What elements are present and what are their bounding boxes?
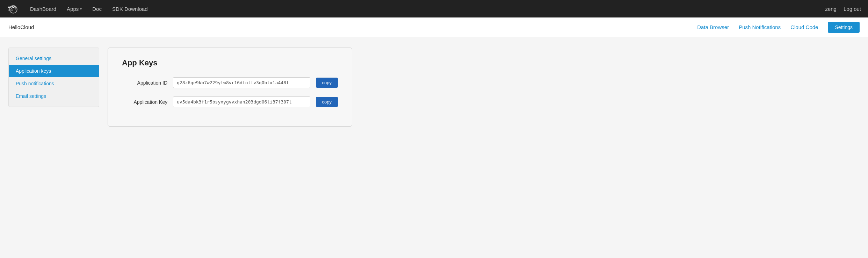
logo[interactable]: AVOS Cloud — [7, 2, 20, 15]
app-id-row: Application ID copy — [122, 77, 338, 88]
app-key-copy-button[interactable]: copy — [316, 97, 338, 107]
settings-button[interactable]: Settings — [828, 22, 860, 33]
nav-dashboard[interactable]: DashBoard — [30, 6, 56, 12]
username: zeng — [825, 6, 837, 12]
app-keys-card: App Keys Application ID copy Application… — [108, 48, 352, 127]
nav-sdk-download[interactable]: SDK Download — [112, 6, 148, 12]
nav-doc[interactable]: Doc — [92, 6, 102, 12]
topnav-left: AVOS Cloud DashBoard Apps ▾ Doc SDK Down… — [7, 2, 148, 15]
main-content: General settings Application keys Push n… — [0, 37, 419, 137]
app-key-label: Application Key — [122, 99, 167, 105]
app-id-input[interactable] — [173, 77, 310, 88]
sidebar-item-application-keys[interactable]: Application keys — [9, 65, 99, 77]
sidebar-item-general-settings[interactable]: General settings — [9, 52, 99, 65]
topnav-right: zeng Log out — [825, 6, 861, 12]
app-key-row: Application Key copy — [122, 96, 338, 107]
data-browser-link[interactable]: Data Browser — [697, 24, 729, 30]
sidebar: General settings Application keys Push n… — [8, 48, 99, 107]
nav-apps[interactable]: Apps ▾ — [67, 6, 82, 12]
logout-link[interactable]: Log out — [844, 6, 861, 12]
cloud-code-link[interactable]: Cloud Code — [790, 24, 818, 30]
app-id-copy-button[interactable]: copy — [316, 78, 338, 88]
avos-logo-icon: AVOS Cloud — [7, 2, 20, 15]
content-area: App Keys Application ID copy Application… — [108, 48, 411, 127]
sidebar-item-push-notifications[interactable]: Push notifications — [9, 77, 99, 90]
topnav: AVOS Cloud DashBoard Apps ▾ Doc SDK Down… — [0, 0, 868, 17]
subheader-actions: Data Browser Push Notifications Cloud Co… — [697, 22, 860, 33]
dropdown-arrow-icon: ▾ — [80, 7, 82, 11]
sidebar-item-email-settings[interactable]: Email settings — [9, 90, 99, 102]
svg-text:Cloud: Cloud — [8, 9, 14, 11]
svg-text:AVOS: AVOS — [8, 6, 16, 9]
app-key-input[interactable] — [173, 96, 310, 107]
app-id-label: Application ID — [122, 80, 167, 86]
subheader: HelloCloud Data Browser Push Notificatio… — [0, 17, 868, 37]
card-title: App Keys — [122, 58, 338, 67]
push-notifications-link[interactable]: Push Notifications — [739, 24, 781, 30]
app-name: HelloCloud — [8, 24, 34, 30]
